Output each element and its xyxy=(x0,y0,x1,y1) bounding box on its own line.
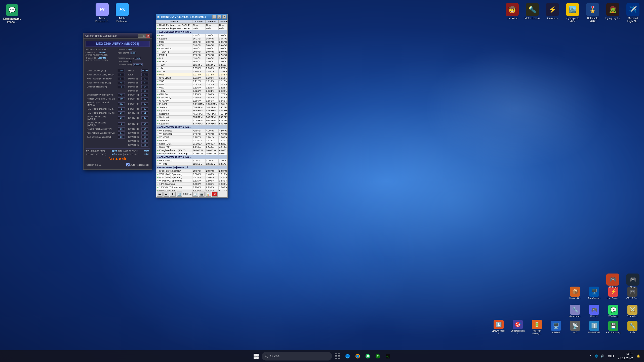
game-icon-1[interactable]: 🎮 Gotcha xyxy=(604,273,621,290)
asrock-autorefresh[interactable]: Auto Refresh(sec) xyxy=(126,163,149,166)
timing-input-right[interactable] xyxy=(141,140,148,143)
asrock-minimize-btn[interactable]: _ xyxy=(138,34,142,38)
cyberpunk-icon[interactable]: 🏙️ Cyberpunk 2077 xyxy=(564,2,582,24)
toolbar-refresh-btn[interactable]: 🔄 xyxy=(177,192,182,197)
table-row[interactable]: ● +5V5.070 V5.060 V5.070 V5.068 V xyxy=(156,67,228,70)
table-row[interactable]: ● VR VIN12.150 V12.130 V12.170 V12.152 V xyxy=(156,139,228,142)
toolbar-chart-btn[interactable]: 📊 xyxy=(206,192,211,197)
table-row[interactable]: ● PCH59.0 °C58.0 °C59.0 °C58.6 °C xyxy=(156,44,228,47)
whatsapp-taskbar-button[interactable]: 💬 xyxy=(363,352,372,361)
teamviewer-br-icon[interactable]: 🖥️ TeamViewer xyxy=(586,285,603,302)
microsoft-flight-icon[interactable]: ✈️ Microsoft Flight Si... xyxy=(624,2,642,24)
table-row[interactable]: ● 1.8V Spannung1.800 V1.785 V1.800 V1.79… xyxy=(156,183,228,186)
evil-west-icon[interactable]: 🤠 Evil West xyxy=(503,2,521,21)
toolbar-pause-btn[interactable]: ⏸ xyxy=(170,192,176,197)
hwinfo64-icon[interactable]: ℹ️ HWINFO64 xyxy=(586,319,603,336)
terminal-button[interactable]: >_ xyxy=(383,352,392,361)
superposition-icon[interactable]: 🎯 Superposition 2 xyxy=(509,319,526,336)
notifications-button[interactable]: 🔔 xyxy=(636,354,641,359)
tray-chevron[interactable]: ∧ xyxy=(588,354,593,359)
table-row[interactable]: ● CPU VDD21.312 V1.308 V1.312 V1.310 V xyxy=(156,76,228,80)
afs-recovery-icon[interactable]: 💾 AFS Recovery xyxy=(605,319,622,336)
table-row[interactable]: ● CPU23.5 °C23.0 °C28.0 °C24.0 °C xyxy=(156,34,228,37)
timing-input-right[interactable] xyxy=(141,131,148,134)
timing-input-right[interactable] xyxy=(141,93,148,96)
table-row[interactable]: ● VIN62.042 V2.042 V2.042 V2.042 V xyxy=(156,83,228,86)
imc-icon[interactable]: 📡 IMC xyxy=(567,319,584,336)
mainboard-icon[interactable]: 🔧 Mainboard... xyxy=(567,303,584,320)
timing-input-right[interactable] xyxy=(141,102,148,105)
table-row[interactable]: ● CPU AUX1.856 V1.856 V1.860 V1.860 V xyxy=(156,99,228,103)
hwinfo-scrollable-content[interactable]: Sensor Aktuell Minimal Maximal Durchschn… xyxy=(156,20,227,191)
start-button[interactable] xyxy=(252,352,261,361)
table-row[interactable]: ● MOS38.5 °C38.0 °C38.5 °C38.4 °C xyxy=(156,40,228,44)
elden-ring-icon[interactable]: ⚔️ EldenMo... xyxy=(624,303,641,320)
toolbar-forward-btn[interactable]: ⏭ xyxy=(164,192,169,197)
metro-exodus-icon[interactable]: 🔦 Metro Exodus xyxy=(523,2,541,21)
asrock-maximize-btn[interactable]: □ xyxy=(142,34,146,38)
timing-input-right[interactable] xyxy=(141,107,148,110)
timing-input[interactable] xyxy=(118,116,125,119)
table-row[interactable]: ● System 2462 RPM447 RPM462 RPM454 RPM xyxy=(156,109,228,112)
timing-input[interactable] xyxy=(118,73,125,76)
table-row[interactable]: ● System 6537 RPM537 RPM542 RPM540 RPM xyxy=(156,122,228,125)
taskbar-clock[interactable]: 13:31 27.11.2022 xyxy=(617,351,634,361)
timing-input[interactable] xyxy=(118,131,125,134)
asrock-autorefresh-checkbox[interactable] xyxy=(126,163,130,166)
timing-input[interactable] xyxy=(118,122,125,125)
table-row[interactable]: ● CPU SA1.170 V1.168 V1.170 V1.169 V xyxy=(156,93,228,96)
timing-input[interactable] xyxy=(118,135,125,139)
table-row[interactable]: ● +12V12.144 V12.144 V12.168 V12.154 V xyxy=(156,63,228,67)
timing-input-right[interactable] xyxy=(141,81,148,84)
table-row[interactable]: ● PUMP11.719 RPM1.706 RPM1.731 RPM1.738 … xyxy=(156,103,228,106)
timing-input-right[interactable] xyxy=(141,73,148,76)
toolbar-clock-btn[interactable]: 🕐 xyxy=(192,192,198,197)
table-row[interactable]: ● CPU VDDQ1.446 V1.446 V1.448 V1.446 V xyxy=(156,96,228,99)
table-row[interactable]: ● VDD (SWA) Spannung1.500 V1.465 V1.515 … xyxy=(156,173,228,176)
hwinfo-maximize-btn[interactable]: □ xyxy=(217,15,221,19)
timing-input[interactable] xyxy=(118,81,125,84)
table-row[interactable]: ● PCIE_137.0 °C37.0 °C37.0 °C37.0 °C xyxy=(156,54,228,57)
table-row[interactable]: ● T_SEN_120.0 °C20.0 °C20.0 °C20.0 °C xyxy=(156,50,228,54)
table-row[interactable]: ● Strom (BIN)2.710 A2.540 A4.310 A2.846 … xyxy=(156,146,228,149)
table-row[interactable]: ● RING: Package-Level RAPL P...NeinNeinN… xyxy=(156,24,228,27)
timing-input[interactable] xyxy=(118,102,125,105)
table-row[interactable]: ● VIN71.526 V1.526 V1.528 V1.526 V xyxy=(156,86,228,89)
jdownloader-icon[interactable]: ⬇️ JDownloader 2 xyxy=(490,319,507,336)
steam-icon[interactable]: 🎮 Steam xyxy=(624,273,641,290)
table-row[interactable]: ● +3.3V3.324 V3.324 V3.328 V3.325 V xyxy=(156,89,228,93)
aida64-icon[interactable]: 🖥️ AIDA64 xyxy=(547,319,565,336)
table-row[interactable]: ● VR VOUT1.287 V1.281 V1.288 V1.287 V xyxy=(156,136,228,139)
timing-input-right[interactable] xyxy=(141,127,148,130)
timing-input-right[interactable] xyxy=(141,69,148,72)
tools-icon[interactable]: 🔧 Tools xyxy=(624,319,641,336)
table-row[interactable]: ● VR-Schieife237.0 °C37.0 °C37.0 °C37.0 … xyxy=(156,132,228,136)
timing-input[interactable] xyxy=(118,97,125,100)
tray-network[interactable]: 🌐 xyxy=(594,354,599,359)
discord-icon[interactable]: 🎮 Discord xyxy=(586,303,603,320)
dying-light-icon[interactable]: 🧟 Dying Light 2 xyxy=(604,2,622,21)
table-row[interactable]: ● VR-Schieife142.0 °C41.0 °C42.0 °C41.7 … xyxy=(156,129,228,132)
outriders-icon[interactable]: ⚡ Outriders xyxy=(543,2,561,21)
toolbar-close-btn[interactable]: ✕ xyxy=(212,192,218,197)
toolbar-snapshot-btn[interactable]: 📷 xyxy=(199,192,205,197)
whatsapp-br-icon[interactable]: 💬 What App xyxy=(605,303,622,320)
timing-input-right[interactable] xyxy=(141,89,148,92)
tray-volume[interactable]: 🔊 xyxy=(600,354,605,359)
table-row[interactable]: ● System 3415 RPM405 RPM418 RPM414 RPM xyxy=(156,112,228,116)
table-row[interactable]: ● PCIE_235.0 °C34.0 °C35.0 °C34.6 °C xyxy=(156,60,228,63)
adobe-photoshop-icon[interactable]: Ps Adobe Photosho... xyxy=(113,2,131,24)
timing-input-right[interactable] xyxy=(141,135,148,139)
table-row[interactable]: ● System 5424 RPM408 RPM427 RPM419 RPM xyxy=(156,119,228,122)
hwinfo-close-btn[interactable]: ✕ xyxy=(222,15,226,19)
timing-input-right[interactable] xyxy=(141,77,148,80)
hwinfo-minimize-btn[interactable]: _ xyxy=(212,15,216,19)
timing-input[interactable] xyxy=(118,77,125,80)
unpack-icon[interactable]: 📦 UnpackO... xyxy=(567,285,584,302)
table-row[interactable]: ● VR VIN12.150 V12.120 V12.170 V12.153 V xyxy=(156,162,228,166)
taskview-button[interactable] xyxy=(333,352,342,361)
table-row[interactable]: ● Energieverbrauch (Eingang)31.000 W36.0… xyxy=(156,152,228,155)
table-row[interactable]: ● VPP (SWC) Spannung1.815 V1.800 V1.830 … xyxy=(156,179,228,183)
adobe-premiere-icon[interactable]: Pr Adobe Premiere P... xyxy=(93,2,111,24)
toolbar-rewind-btn[interactable]: ⏮ xyxy=(157,192,163,197)
